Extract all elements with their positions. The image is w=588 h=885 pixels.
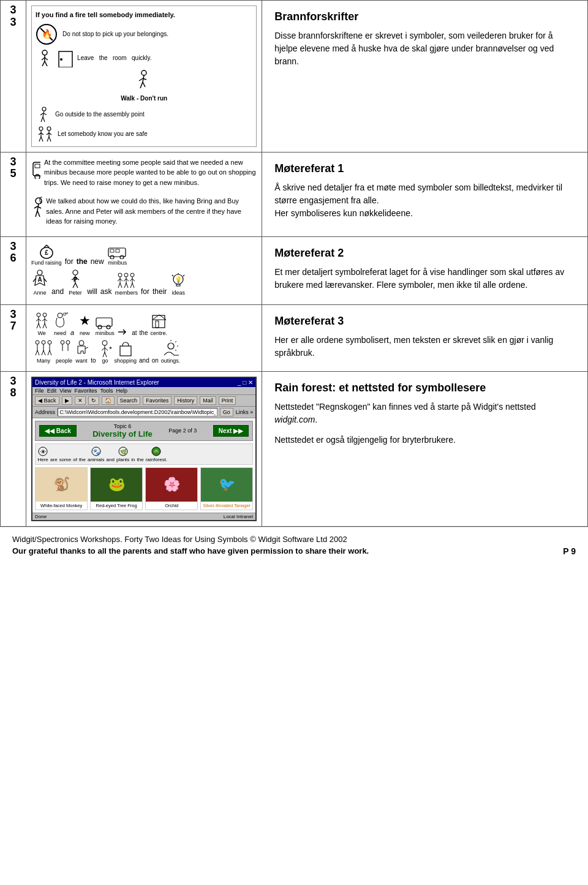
svg-line-138 bbox=[85, 347, 88, 348]
people-icon2 bbox=[58, 340, 71, 357]
next-page-button[interactable]: Next ▶▶ bbox=[213, 425, 249, 437]
svg-line-80 bbox=[118, 279, 120, 281]
browser-controls: _ □ ✕ bbox=[238, 379, 253, 386]
svg-point-133 bbox=[61, 341, 64, 344]
tanager-card: 🐦 Silver-throated Tanager bbox=[200, 467, 253, 510]
prev-page-button[interactable]: ◀◀ Back bbox=[39, 425, 77, 437]
address-input[interactable] bbox=[58, 408, 217, 416]
rainforest-icon: 🌳 bbox=[151, 446, 162, 457]
menu-file[interactable]: File bbox=[35, 388, 44, 394]
of-text: of bbox=[73, 457, 77, 462]
svg-text:★: ★ bbox=[80, 315, 90, 327]
peter-figure-icon: P bbox=[67, 269, 84, 289]
stop-button[interactable]: ✕ bbox=[75, 396, 86, 405]
browser-window: Diversity of Life 2 - Microsoft Internet… bbox=[31, 377, 257, 521]
arrow-right-icon bbox=[117, 328, 129, 336]
svg-line-132 bbox=[50, 350, 51, 355]
need-icon bbox=[52, 312, 68, 330]
many-people-icon bbox=[34, 340, 53, 357]
and-text2: and bbox=[139, 357, 149, 364]
page-number-display: Page 2 of 3 bbox=[168, 427, 197, 434]
rainforest-title: Rain forest: et nettsted for symbolleser… bbox=[274, 382, 575, 394]
go-button[interactable]: Go bbox=[220, 408, 233, 416]
svg-line-127 bbox=[36, 350, 37, 355]
svg-line-106 bbox=[37, 323, 39, 328]
minibus-row2: Many people bbox=[34, 340, 254, 364]
menu-edit[interactable]: Edit bbox=[47, 388, 57, 394]
svg-line-86 bbox=[118, 283, 120, 288]
for-text: for bbox=[65, 257, 74, 266]
go-icon bbox=[98, 340, 111, 357]
history-btn[interactable]: History bbox=[174, 396, 197, 405]
refresh-button[interactable]: ↻ bbox=[88, 396, 99, 405]
symbol-sentence-bar: 👁 Here are some of the 🐾 bbox=[35, 443, 253, 465]
menu-favorites[interactable]: Favorites bbox=[75, 388, 97, 394]
svg-line-144 bbox=[105, 352, 107, 357]
committee-bottom-row: We talked about how we could do this, li… bbox=[31, 196, 257, 232]
svg-line-142 bbox=[105, 348, 108, 350]
menu-tools[interactable]: Tools bbox=[100, 388, 113, 394]
fire-safety-symbols: If you find a fire tell somebody immedia… bbox=[31, 6, 257, 147]
a-text: a bbox=[70, 329, 74, 336]
browser-menubar: File Edit View Favorites Tools Help bbox=[32, 387, 255, 395]
svg-point-23 bbox=[39, 127, 43, 130]
here-icon: 👁 bbox=[37, 446, 48, 457]
and-text-small: and bbox=[107, 457, 115, 462]
orchid-photo: 🌸 bbox=[146, 468, 197, 502]
person-walking-icon bbox=[36, 49, 54, 67]
rainforest-body1: Nettstedet "Regnskogen" kan finnes ved å… bbox=[274, 402, 536, 412]
ask-text: ask bbox=[100, 287, 112, 296]
svg-line-150 bbox=[175, 350, 176, 351]
many-label: Many bbox=[37, 358, 50, 364]
monkey-photo: 🐒 bbox=[36, 468, 87, 502]
new-text: new bbox=[91, 257, 104, 266]
meeting-text-cell-2: Møtereferat 2 Et mer detaljert symbolref… bbox=[262, 236, 588, 304]
rainforest-body: Nettstedet "Regnskogen" kan finnes ved å… bbox=[274, 401, 575, 426]
exit-icon bbox=[36, 106, 53, 123]
row-number-37: 3 7 bbox=[1, 304, 26, 371]
leave-room-line: Leave the room quickly. bbox=[36, 49, 252, 67]
orchid-caption: Orchid bbox=[146, 502, 197, 510]
outings-icon bbox=[163, 340, 179, 357]
menu-help[interactable]: Help bbox=[116, 388, 127, 394]
rainforest-sym: 🌳 rainforest. bbox=[146, 446, 168, 462]
svg-line-88 bbox=[124, 283, 126, 288]
browser-addressbar: Address Go Links » bbox=[32, 407, 255, 418]
two-people-icon bbox=[36, 126, 55, 143]
frog-card: 🐸 Red-eyed Tree Frog bbox=[90, 467, 143, 510]
meeting-title-1: Møtereferat 1 bbox=[274, 162, 575, 175]
main-table: 3 3 If you find a fire tell somebody imm… bbox=[0, 0, 588, 527]
plants-icon: 🌿 bbox=[118, 446, 129, 457]
minibus-image-cell: We need bbox=[26, 304, 262, 371]
back-button[interactable]: ◀ Back bbox=[35, 396, 59, 405]
meeting-title-3: Møtereferat 3 bbox=[274, 315, 575, 328]
forward-button[interactable]: ▶ bbox=[62, 396, 72, 405]
svg-line-143 bbox=[103, 352, 105, 357]
menu-view[interactable]: View bbox=[59, 388, 71, 394]
committee-para2: We talked about how we could do this, li… bbox=[46, 196, 257, 227]
svg-line-95 bbox=[172, 275, 173, 276]
fire-text-cell: Brannforskrifter Disse brannforskriftene… bbox=[262, 1, 588, 153]
row-number-35: 3 5 bbox=[1, 152, 26, 236]
svg-text:🌿: 🌿 bbox=[119, 448, 127, 456]
minibus-label: minibus bbox=[108, 260, 127, 266]
footer-line1: Widgit/Spectronics Workshops. Forty Two … bbox=[12, 535, 576, 544]
print-btn[interactable]: Print bbox=[219, 396, 236, 405]
the-text-small: the bbox=[79, 457, 86, 462]
home-button[interactable]: 🏠 bbox=[102, 396, 115, 405]
ideas-sym: 💡 ideas bbox=[170, 272, 187, 296]
row-number-38: 3 8 bbox=[1, 371, 26, 526]
svg-rect-145 bbox=[120, 346, 131, 356]
favorites-btn[interactable]: Favorites bbox=[143, 396, 172, 405]
meeting-text-cell-3: Møtereferat 3 Her er alle ordene symboli… bbox=[262, 304, 588, 371]
mail-btn[interactable]: Mail bbox=[200, 396, 216, 405]
search-btn[interactable]: Search bbox=[117, 396, 141, 405]
meeting-body-1: Å skrive ned detaljer fra et møte med sy… bbox=[274, 181, 575, 220]
go-label: go bbox=[102, 358, 108, 364]
svg-point-121 bbox=[36, 341, 39, 344]
table-row: 3 6 £ Fund bbox=[1, 236, 588, 304]
table-row: 3 3 If you find a fire tell somebody imm… bbox=[1, 1, 588, 153]
svg-point-134 bbox=[66, 341, 70, 344]
outings-label: outings. bbox=[161, 358, 181, 364]
members-label: members bbox=[115, 290, 138, 296]
